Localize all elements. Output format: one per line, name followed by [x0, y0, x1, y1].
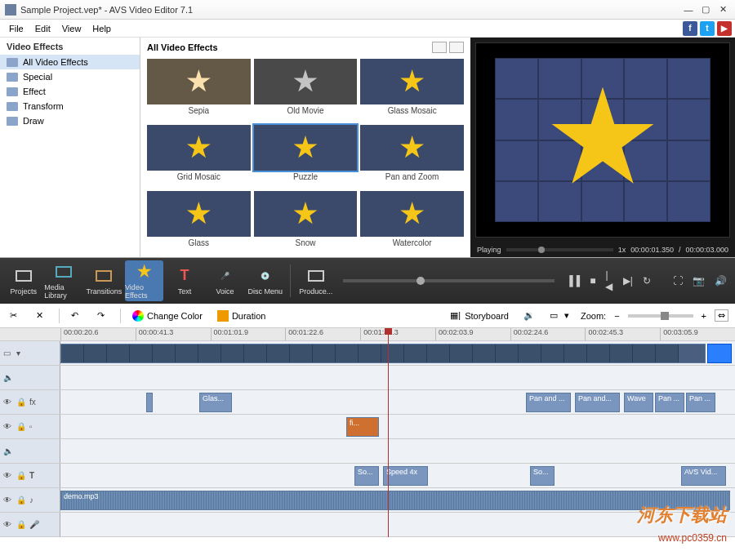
facebook-icon[interactable]: f — [683, 21, 697, 36]
menu-file[interactable]: File — [3, 22, 29, 35]
cat-effect[interactable]: Effect — [0, 84, 140, 99]
fullscreen-button[interactable]: ⛶ — [668, 275, 688, 287]
zoom-slider[interactable] — [628, 314, 693, 318]
fx-clip[interactable]: Pan and... — [575, 393, 620, 412]
lock-icon[interactable]: 🔒 — [16, 520, 26, 530]
volume-button[interactable]: 🔊 — [710, 275, 732, 287]
effect-pan-and-zoom[interactable]: Pan and Zoom — [360, 125, 464, 188]
zoom-in-button[interactable]: + — [702, 311, 706, 321]
fx-clip[interactable]: Glas... — [199, 393, 232, 412]
collapse-icon[interactable]: ▾ — [16, 349, 26, 358]
close-button[interactable]: ✕ — [715, 4, 730, 16]
preview-canvas[interactable] — [475, 42, 730, 238]
next-frame-button[interactable]: ▶| — [618, 275, 638, 287]
text-clip[interactable]: AVS Vid... — [681, 466, 726, 486]
loop-button[interactable]: ↻ — [638, 275, 656, 287]
speed-slider[interactable] — [506, 248, 613, 251]
eye-icon[interactable]: 👁 — [3, 398, 13, 407]
eye-icon[interactable]: 👁 — [3, 422, 13, 432]
tab-voice[interactable]: 🎤Voice — [206, 260, 244, 301]
duration-button[interactable]: Duration — [214, 309, 270, 323]
duration-icon — [217, 310, 229, 322]
folder-icon — [7, 102, 18, 111]
star-icon — [135, 263, 154, 281]
text-clip[interactable]: Speed 4x — [383, 466, 428, 486]
video-clip[interactable] — [60, 344, 706, 363]
tab-media-library[interactable]: Media Library — [44, 260, 82, 301]
prev-frame-button[interactable]: |◀ — [600, 269, 617, 292]
folder-icon — [7, 58, 18, 67]
sidebar-title: Video Effects — [0, 38, 140, 55]
eye-icon[interactable]: 👁 — [3, 496, 13, 505]
storyboard-button[interactable]: ▦|Storyboard — [447, 309, 512, 323]
menu-view[interactable]: View — [56, 22, 87, 35]
produce-button[interactable]: Produce... — [296, 260, 335, 301]
overlay-clip[interactable]: fi... — [346, 417, 379, 437]
tab-video-effects[interactable]: Video Effects — [125, 260, 163, 301]
effect-watercolor[interactable]: Watercolor — [360, 191, 464, 254]
delete-button[interactable]: ✕ — [33, 309, 51, 323]
change-color-button[interactable]: Change Color — [129, 309, 206, 323]
video-clip-selected[interactable] — [707, 344, 732, 363]
eye-icon[interactable]: 👁 — [3, 520, 13, 530]
snapshot-button[interactable]: 📷 — [688, 275, 710, 287]
lock-icon[interactable]: 🔒 — [16, 422, 26, 432]
cat-special[interactable]: Special — [0, 69, 140, 84]
effect-grid-mosaic[interactable]: Grid Mosaic — [147, 125, 251, 188]
fx-clip[interactable]: Pan and ... — [526, 393, 571, 412]
text-clip[interactable]: So... — [354, 466, 379, 486]
undo-button[interactable]: ↶ — [68, 309, 86, 323]
maximize-button[interactable]: ▢ — [698, 4, 713, 16]
effect-puzzle[interactable]: Puzzle — [254, 125, 358, 188]
fx-clip[interactable] — [146, 393, 153, 412]
audio-mix-button[interactable]: 🔉 — [520, 309, 538, 323]
tab-text[interactable]: TText — [165, 260, 203, 301]
cat-draw[interactable]: Draw — [0, 113, 140, 128]
lock-icon[interactable]: 🔒 — [16, 471, 26, 481]
effect-glass[interactable]: Glass — [147, 191, 251, 254]
tab-disc-menu[interactable]: 💿Disc Menu — [246, 260, 284, 301]
tab-transitions[interactable]: Transitions — [85, 260, 123, 301]
playback-status: Playing — [477, 246, 501, 254]
youtube-icon[interactable]: ▶ — [717, 21, 732, 36]
zoom-fit-button[interactable]: ⇔ — [715, 309, 728, 322]
effect-old-movie[interactable]: Old Movie — [254, 59, 358, 122]
cat-transform[interactable]: Transform — [0, 99, 140, 113]
film-icon[interactable]: ▭ — [3, 349, 13, 358]
twitter-icon[interactable]: t — [700, 21, 715, 36]
fx-clip[interactable]: Pan ... — [686, 393, 715, 412]
audio-clip[interactable]: demo.mp3 — [60, 491, 730, 510]
minimize-button[interactable]: — — [681, 4, 696, 16]
redo-button[interactable]: ↷ — [94, 309, 112, 323]
zoom-out-button[interactable]: − — [614, 311, 619, 321]
split-button[interactable]: ✂ — [7, 309, 24, 323]
speaker-icon[interactable]: 🔈 — [3, 373, 13, 383]
text-clip[interactable]: So... — [530, 466, 555, 486]
film-icon — [54, 263, 74, 281]
cat-label: Special — [23, 72, 52, 82]
cat-label: Transform — [23, 101, 64, 111]
view-thumbnails-button[interactable] — [432, 42, 447, 53]
lock-icon[interactable]: 🔒 — [16, 398, 26, 407]
scrub-bar[interactable] — [343, 279, 555, 282]
effect-sepia[interactable]: Sepia — [147, 59, 251, 122]
speaker-icon[interactable]: 🔈 — [3, 447, 13, 456]
lock-icon[interactable]: 🔒 — [16, 496, 26, 505]
view-list-button[interactable] — [449, 42, 464, 53]
eye-icon[interactable]: 👁 — [3, 471, 13, 481]
menu-edit[interactable]: Edit — [29, 22, 56, 35]
stop-button[interactable]: ■ — [585, 275, 600, 287]
menu-help[interactable]: Help — [87, 22, 117, 35]
pause-button[interactable]: ▐▐ — [561, 275, 585, 287]
time-ruler[interactable]: 00:00:20.6 00:00:41.3 00:01:01.9 00:01:2… — [0, 328, 735, 341]
effect-snow[interactable]: Snow — [254, 191, 358, 254]
tab-projects[interactable]: Projects — [4, 260, 42, 301]
aspect-button[interactable]: ▭▾ — [546, 309, 572, 323]
timeline[interactable]: 00:00:20.6 00:00:41.3 00:01:01.9 00:01:2… — [0, 328, 735, 537]
fx-clip[interactable]: Pan ... — [655, 393, 684, 412]
effect-glass-mosaic[interactable]: Glass Mosaic — [360, 59, 464, 122]
cat-all-video-effects[interactable]: All Video Effects — [0, 55, 140, 69]
playback-position: 00:00:01.350 — [630, 246, 674, 254]
playhead[interactable] — [388, 328, 389, 537]
fx-clip[interactable]: Wave — [624, 393, 653, 412]
